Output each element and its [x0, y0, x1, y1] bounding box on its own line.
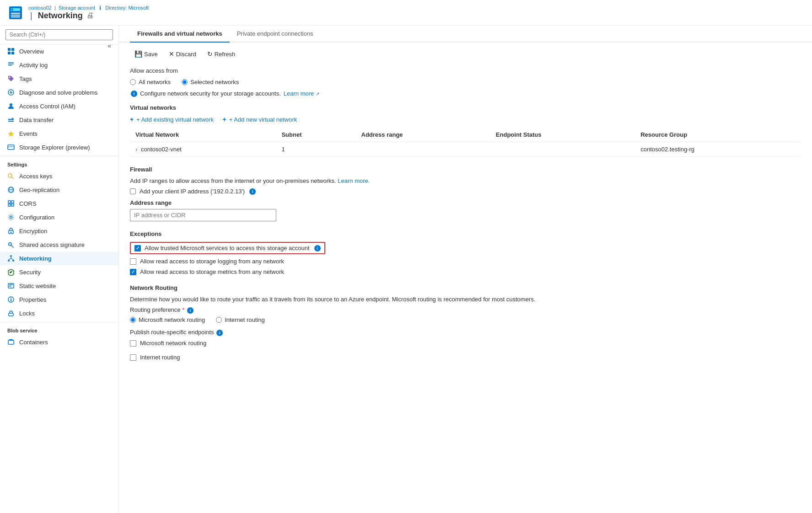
radio-microsoft-routing[interactable]: Microsoft network routing	[130, 316, 205, 323]
sidebar-item-containers[interactable]: Containers	[0, 335, 118, 349]
client-ip-row: Add your client IP address ('192.0.2.13'…	[130, 188, 801, 195]
sidebar-item-iam[interactable]: Access Control (IAM)	[0, 99, 118, 113]
sidebar-item-networking[interactable]: Networking	[0, 251, 118, 265]
sidebar-label-access-keys: Access keys	[19, 173, 52, 180]
sidebar-item-geo[interactable]: Geo-replication	[0, 183, 118, 197]
sidebar-item-events[interactable]: Events	[0, 127, 118, 140]
network-routing-section: Network Routing Determine how you would …	[130, 284, 801, 364]
radio-selected-networks[interactable]: Selected networks	[182, 79, 239, 86]
sidebar-item-encryption[interactable]: Encryption	[0, 224, 118, 238]
refresh-icon: ↻	[207, 50, 213, 58]
required-star: *	[182, 306, 184, 313]
svg-rect-27	[11, 204, 14, 206]
sidebar-label-encryption: Encryption	[19, 228, 47, 235]
sidebar-item-explorer[interactable]: Storage Explorer (preview)	[0, 140, 118, 154]
vnet-table: Virtual Network Subnet Address range End…	[130, 128, 801, 157]
firewall-desc: Add IP ranges to allow access from the i…	[130, 177, 801, 184]
collapse-button[interactable]: «	[106, 40, 113, 51]
learn-more-link[interactable]: Learn more ↗	[284, 90, 319, 97]
sidebar-item-diagnose[interactable]: Diagnose and solve problems	[0, 86, 118, 99]
add-new-vnet-button[interactable]: + + Add new virtual network	[223, 116, 297, 123]
sidebar-label-sas: Shared access signature	[19, 241, 85, 248]
exception-checkbox-0[interactable]	[134, 245, 141, 251]
info-icon: ℹ	[99, 5, 101, 11]
publish-internet-checkbox[interactable]	[130, 354, 136, 361]
highlighted-exception-wrapper: Allow trusted Microsoft services to acce…	[130, 242, 325, 254]
main-title: | Networking 🖨	[28, 11, 149, 21]
save-button[interactable]: 💾 Save	[130, 48, 162, 60]
svg-point-41	[11, 298, 11, 299]
svg-rect-40	[11, 299, 11, 301]
sidebar-label-overview: Overview	[19, 48, 44, 55]
sidebar-item-static[interactable]: Static website	[0, 279, 118, 293]
sidebar-item-access-keys[interactable]: Access keys	[0, 169, 118, 183]
sidebar-item-cors[interactable]: CORS	[0, 197, 118, 210]
svg-rect-11	[8, 64, 14, 64]
sidebar-label-static: Static website	[19, 283, 56, 289]
svg-rect-8	[8, 52, 11, 54]
print-icon[interactable]: 🖨	[86, 11, 94, 20]
settings-section-header: Settings	[0, 156, 118, 169]
page-title: Networking	[38, 11, 83, 21]
radio-internet-routing[interactable]: Internet routing	[216, 316, 264, 323]
geo-icon	[7, 186, 15, 193]
sidebar-item-security[interactable]: Security	[0, 265, 118, 279]
events-icon	[7, 130, 15, 137]
explorer-icon	[7, 144, 15, 151]
page-header: contoso02 | Storage account ℹ Directory:…	[0, 0, 812, 26]
sidebar-item-sas[interactable]: Shared access signature	[0, 238, 118, 251]
publish-options: Microsoft network routing Internet routi…	[130, 340, 801, 364]
firewall-learn-more-link[interactable]: Learn more.	[338, 177, 370, 184]
add-existing-vnet-button[interactable]: + + Add existing virtual network	[130, 116, 214, 123]
cell-vnet: › contoso02-vnet	[130, 142, 276, 157]
routing-title: Network Routing	[130, 284, 801, 291]
sidebar-item-locks[interactable]: Locks	[0, 306, 118, 320]
sidebar-item-config[interactable]: Configuration	[0, 210, 118, 224]
tab-firewalls[interactable]: Firewalls and virtual networks	[130, 26, 230, 43]
discard-button[interactable]: ✕ Discard	[164, 48, 201, 60]
sidebar-label-tags: Tags	[19, 75, 32, 82]
svg-rect-2	[11, 15, 20, 16]
info-bar: i Configure network security for your st…	[130, 90, 801, 97]
svg-rect-26	[8, 204, 11, 206]
sidebar-item-activity-log[interactable]: Activity log	[0, 58, 118, 72]
exception-checkbox-1[interactable]	[130, 258, 136, 265]
client-ip-checkbox[interactable]	[130, 188, 136, 194]
resource-icon	[7, 5, 24, 21]
sidebar-item-data-transfer[interactable]: Data transfer	[0, 113, 118, 127]
routing-desc: Determine how you would like to route yo…	[130, 296, 801, 303]
sidebar-item-overview[interactable]: Overview	[0, 44, 106, 58]
publish-internet-row: Internet routing	[130, 354, 801, 361]
search-input[interactable]	[5, 29, 113, 40]
exception-checkbox-2[interactable]	[130, 269, 136, 275]
svg-rect-44	[9, 339, 13, 341]
svg-rect-12	[8, 65, 12, 66]
publish-microsoft-checkbox[interactable]	[130, 340, 136, 347]
sidebar-label-properties: Properties	[19, 296, 46, 303]
sidebar-label-diagnose: Diagnose and solve problems	[19, 89, 97, 96]
table-row: › contoso02-vnet 1 contoso02.testing-rg	[130, 142, 801, 157]
ip-input[interactable]	[130, 209, 276, 221]
sidebar-label-geo: Geo-replication	[19, 187, 59, 193]
radio-all-networks[interactable]: All networks	[130, 79, 171, 86]
tab-bar: Firewalls and virtual networks Private e…	[119, 26, 812, 43]
toolbar: 💾 Save ✕ Discard ↻ Refresh	[119, 43, 812, 64]
overview-icon	[7, 48, 15, 55]
svg-rect-38	[9, 286, 11, 287]
title-group: contoso02 | Storage account ℹ Directory:…	[28, 5, 149, 21]
sidebar-item-tags[interactable]: Tags	[0, 72, 118, 86]
svg-point-34	[8, 260, 10, 262]
sidebar-label-events: Events	[19, 130, 38, 137]
sidebar-item-properties[interactable]: Properties	[0, 293, 118, 306]
config-icon	[7, 214, 15, 221]
account-name[interactable]: contoso02	[28, 5, 52, 11]
refresh-button[interactable]: ↻ Refresh	[203, 48, 240, 60]
blob-section-header: Blob service	[0, 322, 118, 335]
tab-private[interactable]: Private endpoint connections	[230, 26, 321, 43]
diagnose-icon	[7, 89, 15, 96]
expand-icon[interactable]: ›	[135, 146, 137, 153]
svg-rect-1	[11, 13, 20, 14]
svg-point-5	[11, 9, 13, 11]
static-icon	[7, 282, 15, 289]
virtual-networks-section: Virtual networks + + Add existing virtua…	[130, 104, 801, 157]
